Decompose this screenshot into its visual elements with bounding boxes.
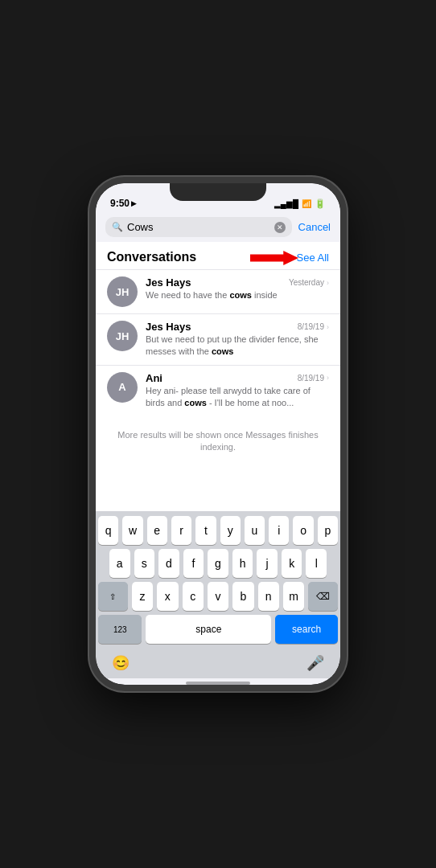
section-title: Conversations [107, 250, 196, 264]
key-123[interactable]: 123 [98, 615, 142, 644]
key-d[interactable]: d [158, 549, 179, 578]
more-results-text: More results will be shown once Messages… [96, 416, 340, 467]
search-bar-container: 🔍 Cows ✕ Cancel [96, 212, 340, 242]
chevron-icon-3: › [327, 374, 329, 382]
key-e[interactable]: e [147, 516, 167, 545]
chevron-icon-2: › [327, 323, 329, 331]
conv-meta-1: Yesterday › [289, 278, 329, 287]
key-n[interactable]: n [258, 582, 279, 611]
key-f[interactable]: f [183, 549, 204, 578]
key-p[interactable]: p [318, 516, 338, 545]
mic-icon[interactable]: 🎤 [306, 654, 324, 672]
conv-snippet-3: Hey ani- please tell arwydd to take care… [146, 385, 329, 410]
conv-top-1: Jes Hays Yesterday › [146, 276, 329, 289]
conv-content-1: Jes Hays Yesterday › We need to have the… [146, 276, 329, 301]
key-v[interactable]: v [208, 582, 228, 611]
conv-top-2: Jes Hays 8/19/19 › [146, 321, 329, 333]
keyboard-row-3: ⇧ z x c v b n m ⌫ [98, 582, 338, 611]
battery-icon: 🔋 [315, 199, 326, 209]
key-o[interactable]: o [293, 516, 313, 545]
search-icon: 🔍 [112, 222, 123, 232]
conv-name-2: Jes Hays [146, 321, 191, 333]
key-j[interactable]: j [257, 549, 278, 578]
conversation-item-1[interactable]: JH Jes Hays Yesterday › We need to have … [96, 269, 340, 313]
red-arrow-indicator [250, 248, 298, 268]
key-b[interactable]: b [232, 582, 253, 611]
key-l[interactable]: l [306, 549, 327, 578]
bottom-bar: 😊 🎤 [96, 651, 340, 678]
keyboard-area: q w e r t y u i o p a s d f g h j k [96, 511, 340, 651]
key-r[interactable]: r [171, 516, 191, 545]
cancel-button[interactable]: Cancel [298, 221, 331, 233]
home-indicator [186, 682, 250, 685]
key-t[interactable]: t [195, 516, 216, 545]
key-w[interactable]: w [122, 516, 142, 545]
conv-name-1: Jes Hays [146, 276, 191, 289]
keyboard-row-4: 123 space search [98, 615, 338, 644]
signal-icon: ▂▄▆█ [274, 199, 298, 208]
conv-top-3: Ani 8/19/19 › [146, 372, 329, 384]
conv-date-2: 8/19/19 [298, 322, 324, 331]
keyboard-row-1: q w e r t y u i o p [98, 516, 338, 545]
key-m[interactable]: m [283, 582, 304, 611]
search-input[interactable]: Cows [127, 221, 270, 233]
key-backspace[interactable]: ⌫ [308, 582, 338, 611]
key-i[interactable]: i [269, 516, 289, 545]
conv-snippet-2: But we need to put up the divider fence,… [146, 334, 329, 358]
key-c[interactable]: c [183, 582, 204, 611]
phone-shell: 9:50 ▶ ▂▄▆█ 📶 🔋 🔍 Cows ✕ Cancel Conversa… [89, 177, 347, 691]
conv-snippet-1: We need to have the cows inside [146, 289, 329, 301]
key-z[interactable]: z [132, 582, 153, 611]
key-y[interactable]: y [220, 516, 241, 545]
key-u[interactable]: u [245, 516, 265, 545]
conv-date-1: Yesterday [289, 278, 324, 287]
key-k[interactable]: k [282, 549, 302, 578]
avatar-jh-1: JH [107, 276, 138, 307]
chevron-icon-1: › [327, 279, 329, 287]
notch [170, 183, 266, 201]
search-input-wrap[interactable]: 🔍 Cows ✕ [105, 217, 292, 237]
conversation-item-3[interactable]: A Ani 8/19/19 › Hey ani- please tell arw… [96, 365, 340, 416]
location-icon: ▶ [131, 199, 137, 207]
conv-content-2: Jes Hays 8/19/19 › But we need to put up… [146, 321, 329, 358]
key-x[interactable]: x [157, 582, 178, 611]
keyboard-row-2: a s d f g h j k l [98, 549, 338, 578]
key-space[interactable]: space [146, 615, 271, 644]
content-area: Conversations See All JH Jes Hays Yester… [96, 242, 340, 511]
conv-meta-2: 8/19/19 › [298, 322, 329, 331]
key-h[interactable]: h [232, 549, 253, 578]
key-q[interactable]: q [98, 516, 118, 545]
conv-date-3: 8/19/19 [298, 374, 324, 383]
conversation-item-2[interactable]: JH Jes Hays 8/19/19 › But we need to put… [96, 313, 340, 365]
avatar-jh-2: JH [107, 321, 138, 351]
key-a[interactable]: a [109, 549, 130, 578]
key-g[interactable]: g [208, 549, 228, 578]
emoji-icon[interactable]: 😊 [112, 654, 130, 672]
conv-name-3: Ani [146, 372, 162, 384]
status-time: 9:50 [110, 198, 130, 209]
search-clear-button[interactable]: ✕ [274, 222, 286, 233]
avatar-a: A [107, 372, 138, 403]
svg-marker-0 [250, 251, 298, 265]
phone-inner: 9:50 ▶ ▂▄▆█ 📶 🔋 🔍 Cows ✕ Cancel Conversa… [96, 183, 340, 685]
conv-content-3: Ani 8/19/19 › Hey ani- please tell arwyd… [146, 372, 329, 410]
section-header: Conversations See All [96, 242, 340, 269]
key-search[interactable]: search [275, 615, 338, 644]
key-s[interactable]: s [134, 549, 155, 578]
conv-meta-3: 8/19/19 › [298, 374, 329, 383]
key-shift[interactable]: ⇧ [98, 582, 128, 611]
wifi-icon: 📶 [302, 199, 311, 208]
see-all-link[interactable]: See All [297, 252, 329, 264]
status-icons: ▂▄▆█ 📶 🔋 [274, 199, 326, 209]
